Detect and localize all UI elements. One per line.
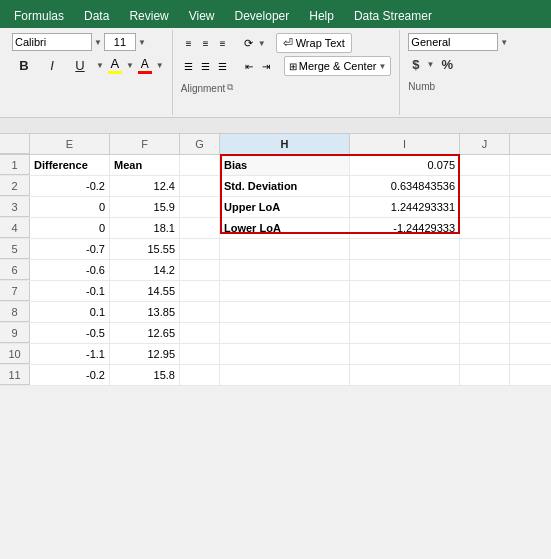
cell-J9[interactable] xyxy=(460,323,510,343)
col-header-e[interactable]: E xyxy=(30,134,110,154)
font-color-button[interactable]: A xyxy=(108,56,122,74)
cell-F3[interactable]: 15.9 xyxy=(110,197,180,217)
cell-F8[interactable]: 13.85 xyxy=(110,302,180,322)
row-header-2[interactable]: 2 xyxy=(0,176,30,196)
orientation-dropdown-icon[interactable]: ▼ xyxy=(258,39,266,48)
bold-button[interactable]: B xyxy=(12,54,36,76)
cell-E1[interactable]: Difference xyxy=(30,155,110,175)
cell-G9[interactable] xyxy=(180,323,220,343)
percent-button[interactable]: % xyxy=(438,55,458,74)
merge-dropdown-icon[interactable]: ▼ xyxy=(378,62,386,71)
row-header-6[interactable]: 6 xyxy=(0,260,30,280)
tab-data-streamer[interactable]: Data Streamer xyxy=(344,4,442,28)
fill-color-dropdown-icon[interactable]: ▼ xyxy=(156,61,164,70)
font-color-dropdown-icon[interactable]: ▼ xyxy=(126,61,134,70)
cell-H2[interactable]: Std. Deviation xyxy=(220,176,350,196)
currency-dropdown-icon[interactable]: ▼ xyxy=(427,60,435,69)
col-header-h[interactable]: H xyxy=(220,134,350,154)
align-center-icon[interactable]: ☰ xyxy=(198,59,214,73)
number-format-input[interactable] xyxy=(408,33,498,51)
cell-J11[interactable] xyxy=(460,365,510,385)
cell-H8[interactable] xyxy=(220,302,350,322)
cell-G4[interactable] xyxy=(180,218,220,238)
row-header-9[interactable]: 9 xyxy=(0,323,30,343)
row-header-3[interactable]: 3 xyxy=(0,197,30,217)
cell-E5[interactable]: -0.7 xyxy=(30,239,110,259)
cell-H1[interactable]: Bias xyxy=(220,155,350,175)
row-header-1[interactable]: 1 xyxy=(0,155,30,175)
row-header-5[interactable]: 5 xyxy=(0,239,30,259)
cell-E4[interactable]: 0 xyxy=(30,218,110,238)
italic-button[interactable]: I xyxy=(40,54,64,76)
cell-E8[interactable]: 0.1 xyxy=(30,302,110,322)
cell-I1[interactable]: 0.075 xyxy=(350,155,460,175)
decrease-indent-icon[interactable]: ⇤ xyxy=(241,59,257,73)
row-header-4[interactable]: 4 xyxy=(0,218,30,238)
cell-F9[interactable]: 12.65 xyxy=(110,323,180,343)
tab-formulas[interactable]: Formulas xyxy=(4,4,74,28)
cell-E2[interactable]: -0.2 xyxy=(30,176,110,196)
row-header-11[interactable]: 11 xyxy=(0,365,30,385)
cell-E9[interactable]: -0.5 xyxy=(30,323,110,343)
cell-J3[interactable] xyxy=(460,197,510,217)
cell-F6[interactable]: 14.2 xyxy=(110,260,180,280)
cell-J7[interactable] xyxy=(460,281,510,301)
cell-J6[interactable] xyxy=(460,260,510,280)
cell-G1[interactable] xyxy=(180,155,220,175)
cell-G3[interactable] xyxy=(180,197,220,217)
cell-H3[interactable]: Upper LoA xyxy=(220,197,350,217)
cell-J8[interactable] xyxy=(460,302,510,322)
cell-H4[interactable]: Lower LoA xyxy=(220,218,350,238)
cell-I8[interactable] xyxy=(350,302,460,322)
orientation-icon[interactable]: ⟳ xyxy=(241,36,257,50)
cell-G2[interactable] xyxy=(180,176,220,196)
cell-E10[interactable]: -1.1 xyxy=(30,344,110,364)
wrap-text-button[interactable]: ⏎ Wrap Text xyxy=(276,33,352,53)
cell-E7[interactable]: -0.1 xyxy=(30,281,110,301)
cell-F5[interactable]: 15.55 xyxy=(110,239,180,259)
cell-G7[interactable] xyxy=(180,281,220,301)
font-size-dropdown-icon[interactable]: ▼ xyxy=(138,38,146,47)
cell-F11[interactable]: 15.8 xyxy=(110,365,180,385)
cell-G10[interactable] xyxy=(180,344,220,364)
cell-G6[interactable] xyxy=(180,260,220,280)
cell-F2[interactable]: 12.4 xyxy=(110,176,180,196)
col-header-j[interactable]: J xyxy=(460,134,510,154)
cell-J4[interactable] xyxy=(460,218,510,238)
cell-I5[interactable] xyxy=(350,239,460,259)
merge-center-button[interactable]: ⊞ Merge & Center ▼ xyxy=(284,56,392,76)
row-header-10[interactable]: 10 xyxy=(0,344,30,364)
cell-F10[interactable]: 12.95 xyxy=(110,344,180,364)
cell-E6[interactable]: -0.6 xyxy=(30,260,110,280)
align-middle-icon[interactable]: ≡ xyxy=(198,36,214,50)
cell-I4[interactable]: -1.24429333 xyxy=(350,218,460,238)
cell-H6[interactable] xyxy=(220,260,350,280)
col-header-i[interactable]: I xyxy=(350,134,460,154)
cell-E11[interactable]: -0.2 xyxy=(30,365,110,385)
cell-G5[interactable] xyxy=(180,239,220,259)
align-top-icon[interactable]: ≡ xyxy=(181,36,197,50)
font-name-input[interactable] xyxy=(12,33,92,51)
cell-I9[interactable] xyxy=(350,323,460,343)
font-name-dropdown-icon[interactable]: ▼ xyxy=(94,38,102,47)
cell-H7[interactable] xyxy=(220,281,350,301)
cell-H9[interactable] xyxy=(220,323,350,343)
row-header-8[interactable]: 8 xyxy=(0,302,30,322)
cell-F4[interactable]: 18.1 xyxy=(110,218,180,238)
cell-J2[interactable] xyxy=(460,176,510,196)
cell-I11[interactable] xyxy=(350,365,460,385)
cell-G11[interactable] xyxy=(180,365,220,385)
cell-H5[interactable] xyxy=(220,239,350,259)
cell-H10[interactable] xyxy=(220,344,350,364)
underline-button[interactable]: U xyxy=(68,54,92,76)
tab-review[interactable]: Review xyxy=(119,4,178,28)
col-header-g[interactable]: G xyxy=(180,134,220,154)
tab-view[interactable]: View xyxy=(179,4,225,28)
cell-F1[interactable]: Mean xyxy=(110,155,180,175)
cell-E3[interactable]: 0 xyxy=(30,197,110,217)
cell-H11[interactable] xyxy=(220,365,350,385)
cell-J5[interactable] xyxy=(460,239,510,259)
align-bottom-icon[interactable]: ≡ xyxy=(215,36,231,50)
increase-indent-icon[interactable]: ⇥ xyxy=(258,59,274,73)
number-format-dropdown-icon[interactable]: ▼ xyxy=(500,38,508,47)
